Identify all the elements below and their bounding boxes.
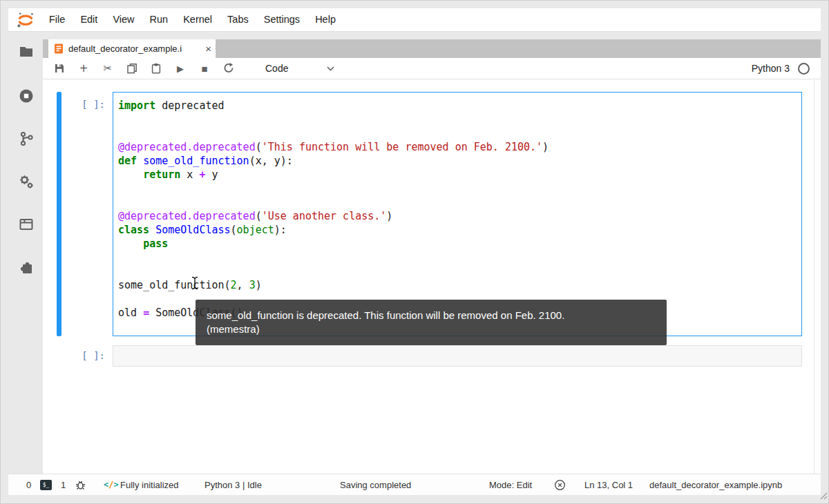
- code-token: deprecated: [155, 99, 224, 112]
- kernel-status-idle-icon[interactable]: [798, 63, 810, 75]
- paste-clipboard-icon: [151, 63, 162, 74]
- jupyterlab-window: File Edit View Run Kernel Tabs Settings …: [0, 0, 829, 504]
- copy-icon: [126, 63, 137, 74]
- deprecation-tooltip: some_old_function is deprecated. This fu…: [196, 300, 667, 345]
- menu-edit[interactable]: Edit: [73, 8, 105, 31]
- menu-run[interactable]: Run: [142, 8, 176, 31]
- code-line[interactable]: class SomeOldClass(object):: [118, 223, 801, 237]
- terminals-count[interactable]: 1: [61, 474, 66, 495]
- code-line[interactable]: import deprecated: [118, 99, 801, 113]
- menu-file[interactable]: File: [41, 8, 73, 31]
- tab-close-icon[interactable]: ×: [205, 43, 211, 54]
- code-token: 2: [231, 279, 237, 291]
- empty-code-cell-editor[interactable]: [113, 345, 802, 367]
- lsp-status[interactable]: Fully initialized: [120, 474, 179, 495]
- code-token: 3: [249, 279, 256, 291]
- save-button[interactable]: [51, 60, 68, 77]
- code-token: ,: [237, 279, 249, 291]
- kernels-count[interactable]: 0: [26, 474, 31, 495]
- cursor-position[interactable]: Ln 13, Col 1: [584, 474, 633, 495]
- add-cell-button[interactable]: +: [75, 60, 92, 77]
- menu-tabs[interactable]: Tabs: [220, 8, 256, 31]
- interrupt-kernel-button[interactable]: ■: [196, 60, 213, 77]
- code-line[interactable]: @deprecated.deprecated('Use another clas…: [118, 209, 801, 223]
- debugger-bug-icon[interactable]: [75, 474, 86, 495]
- code-line[interactable]: some_old_function(2, 3): [118, 278, 801, 292]
- code-token: ):: [274, 224, 287, 236]
- scroll-gutter-divider: [814, 80, 814, 474]
- code-token: (: [231, 224, 237, 236]
- mode-indicator[interactable]: Mode: Edit: [489, 474, 532, 495]
- code-token: some_old_function: [143, 155, 249, 167]
- code-token: (: [256, 141, 262, 153]
- restart-kernel-button[interactable]: [220, 60, 237, 77]
- code-token: [137, 155, 143, 167]
- code-token: pass: [143, 238, 168, 250]
- code-token: [149, 224, 155, 236]
- code-line[interactable]: return x + y: [118, 168, 801, 182]
- menu-help[interactable]: Help: [307, 8, 343, 31]
- file-browser-folder-icon[interactable]: [17, 43, 35, 61]
- kernel-status[interactable]: Python 3 | Idle: [204, 474, 262, 495]
- current-file-name: default_decorator_example.ipynb: [649, 474, 782, 495]
- left-sidebar: [8, 31, 43, 474]
- code-line[interactable]: [118, 113, 801, 126]
- terminal-icon[interactable]: $_: [40, 474, 52, 495]
- code-token: [118, 168, 143, 181]
- settings-gears-icon[interactable]: [17, 173, 35, 191]
- code-line[interactable]: @deprecated.deprecated('This function wi…: [118, 140, 801, 154]
- code-token: some_old_function(: [118, 279, 231, 291]
- code-token: (x, y):: [249, 155, 293, 167]
- active-cell-collapser[interactable]: [57, 92, 61, 336]
- code-token: import: [118, 99, 155, 112]
- code-token: class: [118, 224, 149, 236]
- code-token: def: [118, 155, 137, 167]
- dock-tab-bar: default_decorator_example.i ×: [43, 39, 821, 58]
- code-line[interactable]: [118, 126, 801, 140]
- tooltip-line-1: some_old_function is deprecated. This fu…: [207, 309, 656, 322]
- status-bar: 0 $_ 1 </> Fully initialized Python 3 | …: [8, 474, 821, 495]
- code-token: y: [205, 168, 218, 181]
- cell-type-select[interactable]: Code: [265, 63, 334, 74]
- code-token: [118, 238, 143, 250]
- empty-cell-input-prompt: [ ]:: [61, 350, 105, 361]
- code-token: old: [118, 307, 143, 319]
- running-kernels-icon[interactable]: [17, 87, 35, 105]
- code-token: @deprecated.deprecated: [118, 210, 256, 222]
- git-icon[interactable]: [17, 130, 35, 148]
- run-cell-button[interactable]: ▶: [172, 60, 189, 77]
- code-line[interactable]: [118, 195, 801, 209]
- menu-kernel[interactable]: Kernel: [175, 8, 220, 31]
- extensions-puzzle-icon[interactable]: [17, 259, 35, 277]
- chevron-down-icon: [327, 66, 334, 71]
- menu-view[interactable]: View: [105, 8, 142, 31]
- kernel-name-label[interactable]: Python 3: [752, 63, 790, 74]
- code-line[interactable]: [118, 251, 801, 264]
- copy-cells-button[interactable]: [124, 60, 140, 77]
- paste-cells-button[interactable]: [148, 60, 164, 77]
- cut-cells-button[interactable]: ✂: [99, 60, 116, 77]
- resize-grip[interactable]: [817, 490, 828, 503]
- cell-type-value: Code: [265, 63, 288, 74]
- code-token: object: [237, 224, 274, 236]
- text-cursor-icon: [191, 276, 199, 293]
- code-line[interactable]: [118, 182, 801, 195]
- code-token: ): [386, 210, 392, 222]
- tooltip-line-2: (memestra): [207, 322, 656, 336]
- code-token: return: [143, 168, 180, 181]
- tab-title: default_decorator_example.i: [68, 43, 202, 54]
- notebook-tab[interactable]: default_decorator_example.i ×: [48, 39, 216, 58]
- menu-settings[interactable]: Settings: [256, 8, 307, 31]
- jupyter-logo-icon: [15, 10, 36, 30]
- tabs-window-icon[interactable]: [17, 215, 35, 233]
- lsp-code-icon[interactable]: </>: [104, 474, 119, 495]
- code-line[interactable]: def some_old_function(x, y):: [118, 154, 801, 168]
- menu-bar: File Edit View Run Kernel Tabs Settings …: [8, 8, 821, 32]
- code-line[interactable]: [118, 264, 801, 278]
- notifications-off-icon[interactable]: [554, 474, 566, 495]
- code-line[interactable]: pass: [118, 237, 801, 251]
- code-token: ): [542, 141, 549, 153]
- save-floppy-icon: [54, 63, 65, 74]
- code-token: @deprecated.deprecated: [118, 141, 256, 153]
- code-token: x: [180, 168, 199, 181]
